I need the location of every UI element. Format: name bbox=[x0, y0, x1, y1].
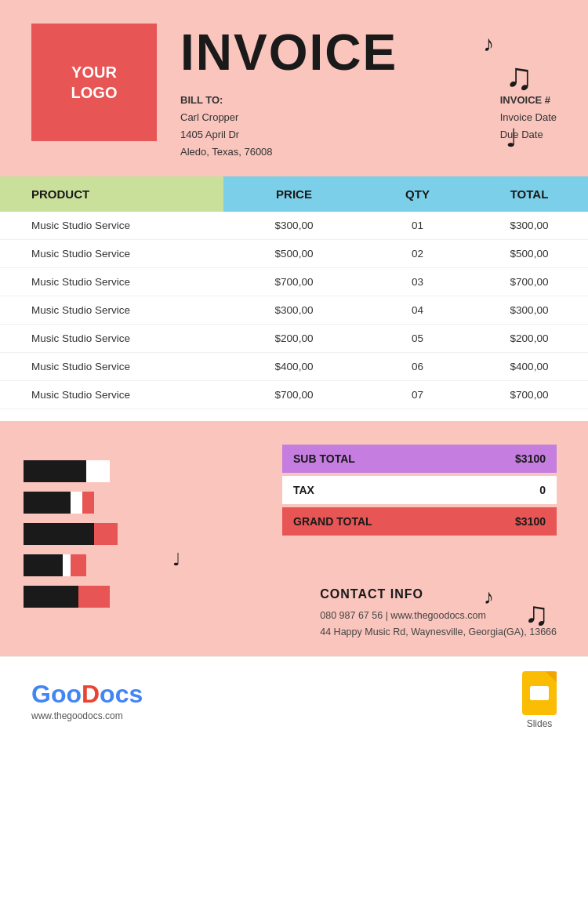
contact-phone-website: 080 987 67 56 | www.thegoodocs.com bbox=[320, 608, 557, 624]
slides-icon-inner bbox=[530, 686, 549, 700]
tax-row: TAX 0 bbox=[282, 476, 557, 504]
page-wrapper: YOUR LOGO INVOICE ♪ ♫ ♩ BILL TO: Carl Cr… bbox=[0, 0, 588, 743]
td-qty-4: 05 bbox=[365, 332, 470, 344]
td-total-6: $700,00 bbox=[470, 389, 588, 401]
logo-text: YOUR LOGO bbox=[71, 62, 118, 103]
td-product-0: Music Studio Service bbox=[0, 220, 223, 231]
brand-ocs: ocs bbox=[100, 680, 143, 708]
piano-key-white-3 bbox=[63, 554, 71, 576]
td-qty-0: 01 bbox=[365, 220, 470, 231]
piano-keys-decoration bbox=[0, 421, 145, 656]
footer-right-container: SUB TOTAL $3100 TAX 0 GRAND TOTAL $3100 … bbox=[145, 421, 588, 656]
totals-section: SUB TOTAL $3100 TAX 0 GRAND TOTAL $3100 bbox=[145, 421, 588, 572]
td-qty-5: 06 bbox=[365, 361, 470, 372]
tax-value: 0 bbox=[486, 476, 557, 504]
td-product-3: Music Studio Service bbox=[0, 304, 223, 316]
table-body: Music Studio Service $300,00 01 $300,00 … bbox=[0, 212, 588, 417]
logo-box: YOUR LOGO bbox=[31, 24, 157, 141]
grandtotal-row: GRAND TOTAL $3100 bbox=[282, 507, 557, 536]
invoice-title: INVOICE bbox=[180, 27, 557, 78]
piano-key-row-0 bbox=[24, 460, 141, 482]
piano-key-red-3 bbox=[71, 554, 86, 576]
music-note-icon-1: ♪ bbox=[483, 31, 494, 56]
td-product-4: Music Studio Service bbox=[0, 332, 223, 344]
logo-line2: LOGO bbox=[71, 84, 118, 101]
slides-icon bbox=[522, 671, 557, 715]
table-row: Music Studio Service $700,00 03 $700,00 bbox=[0, 268, 588, 296]
footer-section: SUB TOTAL $3100 TAX 0 GRAND TOTAL $3100 … bbox=[0, 421, 588, 656]
td-product-6: Music Studio Service bbox=[0, 389, 223, 401]
td-price-2: $700,00 bbox=[223, 276, 365, 288]
table-row: Music Studio Service $300,00 01 $300,00 bbox=[0, 212, 588, 240]
brand-goo: Goo bbox=[31, 680, 82, 708]
piano-key-red-1 bbox=[82, 492, 94, 514]
td-price-0: $300,00 bbox=[223, 220, 365, 231]
piano-key-black-4 bbox=[24, 586, 78, 608]
client-city: Aledo, Texas, 76008 bbox=[180, 143, 273, 161]
bill-info: BILL TO: Carl Cropper 1405 April Dr Aled… bbox=[180, 92, 557, 161]
td-product-1: Music Studio Service bbox=[0, 248, 223, 260]
bill-to-label: BILL TO: bbox=[180, 92, 273, 109]
piano-key-row-3 bbox=[24, 554, 141, 576]
piano-key-white-0 bbox=[86, 460, 110, 482]
th-qty: QTY bbox=[365, 176, 470, 212]
piano-key-black-0 bbox=[24, 460, 86, 482]
table-row: Music Studio Service $500,00 02 $500,00 bbox=[0, 240, 588, 268]
client-name: Carl Cropper bbox=[180, 109, 273, 126]
piano-key-red-4 bbox=[78, 586, 110, 608]
td-qty-2: 03 bbox=[365, 276, 470, 288]
grandtotal-label: GRAND TOTAL bbox=[282, 507, 486, 536]
td-qty-6: 07 bbox=[365, 389, 470, 401]
td-price-4: $200,00 bbox=[223, 332, 365, 344]
td-total-5: $400,00 bbox=[470, 361, 588, 372]
piano-key-white-1 bbox=[71, 492, 82, 514]
td-price-3: $300,00 bbox=[223, 304, 365, 316]
brand-footer: GooDocs www.thegoodocs.com Slides bbox=[0, 656, 588, 743]
th-product: PRODUCT bbox=[0, 176, 223, 212]
totals-table: SUB TOTAL $3100 TAX 0 GRAND TOTAL $3100 bbox=[282, 445, 557, 536]
table-row: Music Studio Service $400,00 06 $400,00 bbox=[0, 353, 588, 381]
table-row: Music Studio Service $300,00 04 $300,00 bbox=[0, 296, 588, 325]
td-total-0: $300,00 bbox=[470, 220, 588, 231]
td-total-3: $300,00 bbox=[470, 304, 588, 316]
td-total-2: $700,00 bbox=[470, 276, 588, 288]
td-qty-1: 02 bbox=[365, 248, 470, 260]
client-address: 1405 April Dr bbox=[180, 126, 273, 143]
brand-logo-text: GooDocs bbox=[31, 680, 143, 709]
piano-key-black-2 bbox=[24, 523, 94, 545]
invoice-title-area: INVOICE ♪ ♫ ♩ BILL TO: Carl Cropper 1405… bbox=[180, 24, 557, 161]
music-note-icon-2: ♫ bbox=[505, 55, 533, 98]
td-total-1: $500,00 bbox=[470, 248, 588, 260]
contact-title: CONTACT INFO bbox=[320, 587, 557, 601]
subtotal-row: SUB TOTAL $3100 bbox=[282, 445, 557, 473]
music-note-icon-3: ♩ bbox=[506, 123, 517, 153]
brand-d: D bbox=[82, 680, 100, 708]
piano-key-row-1 bbox=[24, 492, 141, 514]
footer-note-icon-3: ♫ bbox=[524, 595, 550, 633]
piano-key-black-3 bbox=[24, 554, 63, 576]
td-total-4: $200,00 bbox=[470, 332, 588, 344]
slides-label: Slides bbox=[527, 718, 553, 729]
piano-key-red-2 bbox=[94, 523, 118, 545]
brand-url: www.thegoodocs.com bbox=[31, 710, 143, 721]
header-section: YOUR LOGO INVOICE ♪ ♫ ♩ BILL TO: Carl Cr… bbox=[0, 0, 588, 176]
td-product-5: Music Studio Service bbox=[0, 361, 223, 372]
th-total: TOTAL bbox=[470, 176, 588, 212]
footer-note-icon-2: ♪ bbox=[484, 585, 494, 609]
brand-right: Slides bbox=[522, 671, 557, 729]
td-price-1: $500,00 bbox=[223, 248, 365, 260]
td-product-2: Music Studio Service bbox=[0, 276, 223, 288]
subtotal-label: SUB TOTAL bbox=[282, 445, 486, 473]
contact-address: 44 Happy Music Rd, Waynesville, Georgia(… bbox=[320, 624, 557, 641]
td-price-6: $700,00 bbox=[223, 389, 365, 401]
bill-to-section: BILL TO: Carl Cropper 1405 April Dr Aled… bbox=[180, 92, 273, 161]
piano-key-row-4 bbox=[24, 586, 141, 608]
tax-label: TAX bbox=[282, 476, 486, 504]
subtotal-value: $3100 bbox=[486, 445, 557, 473]
td-price-5: $400,00 bbox=[223, 361, 365, 372]
td-qty-3: 04 bbox=[365, 304, 470, 316]
table-row: Music Studio Service $200,00 05 $200,00 bbox=[0, 325, 588, 353]
th-price: PRICE bbox=[223, 176, 365, 212]
table-row: Music Studio Service $700,00 07 $700,00 bbox=[0, 381, 588, 409]
piano-key-black-1 bbox=[24, 492, 71, 514]
